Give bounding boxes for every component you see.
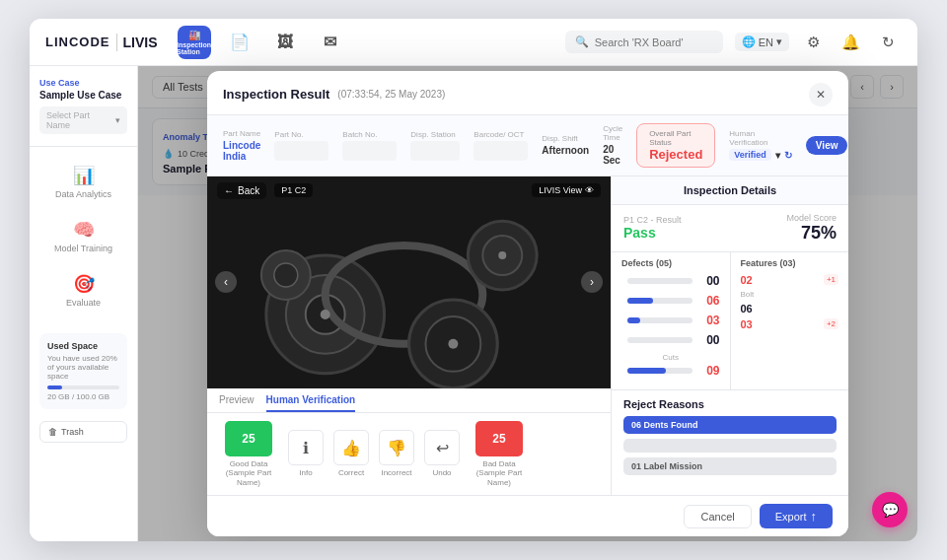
reject-reasons-section: Reject Reasons 06 Dents Found 01 Label M… <box>612 390 848 488</box>
result-info: P1 C2 - Result Pass <box>623 215 682 241</box>
trash-button[interactable]: 🗑 Trash <box>39 421 127 443</box>
back-arrow-icon: ← <box>224 185 234 196</box>
export-button[interactable]: Export ↑ <box>760 504 833 528</box>
reject-reason-2: 01 Label Mission <box>623 457 837 475</box>
modal-title: Inspection Result <box>223 87 329 102</box>
inspection-result-modal: Inspection Result (07:33:54, 25 May 2023… <box>207 71 848 537</box>
modal-overlay: Inspection Result (07:33:54, 25 May 2023… <box>138 66 917 541</box>
tab-preview[interactable]: Preview <box>219 394 255 412</box>
bad-data-box[interactable]: 25 <box>475 421 523 456</box>
bolt-label: Bolt <box>741 290 839 299</box>
incorrect-btn[interactable]: 👎 <box>379 430 414 465</box>
image-label: P1 C2 <box>274 183 313 197</box>
image-viewer: ← Back P1 C2 LIVIS View 👁 <box>207 176 611 388</box>
search-input[interactable] <box>595 36 713 48</box>
settings-btn[interactable]: ⚙ <box>799 29 827 56</box>
trash-icon: 🗑 <box>48 427 57 437</box>
barcode-field: Barcode/ OCT <box>474 130 528 161</box>
modal-header: Inspection Result (07:33:54, 25 May 2023… <box>207 71 848 115</box>
sidebar-item-evaluate[interactable]: 🎯 Evaluate <box>37 265 129 315</box>
bottom-tabs: Preview Human Verification <box>207 388 611 413</box>
cancel-button[interactable]: Cancel <box>684 505 751 528</box>
model-icon: 🧠 <box>73 219 95 241</box>
good-data-thumb: 25 Good Data(Sample Part Name) <box>219 421 278 488</box>
chat-floating-btn[interactable]: 💬 <box>872 492 908 527</box>
storage-progress-fill <box>47 385 62 389</box>
refresh-btn[interactable]: ↻ <box>874 29 902 56</box>
chat-icon: 💬 <box>882 502 899 518</box>
back-button[interactable]: ← Back <box>217 182 266 199</box>
used-space-desc: You have used 20% of yours available spa… <box>47 354 119 381</box>
good-data-box[interactable]: 25 <box>225 421 272 456</box>
sidebar-item-data-analytics[interactable]: 📊 Data Analytics <box>37 157 129 207</box>
part-no-field: Part No. <box>274 130 328 161</box>
svg-rect-14 <box>207 176 611 387</box>
incorrect-action: 👎 Incorrect <box>379 430 414 478</box>
modal-body: ← Back P1 C2 LIVIS View 👁 <box>207 176 848 496</box>
dropdown-chevron-icon: ▾ <box>115 115 120 125</box>
globe-icon: 🌐 <box>742 35 756 48</box>
messages-btn[interactable]: ✉ <box>314 26 347 59</box>
features-column: Features (03) 02 +1 Bolt 06 <box>731 252 849 389</box>
use-case-label: Use Case <box>39 78 127 88</box>
human-verification-field: Human Verification Verified ▾ ↻ <box>729 129 792 161</box>
modal-close-btn[interactable]: ✕ <box>809 83 833 106</box>
bad-data-thumb: 25 Bad Data(Sample Part Name) <box>470 421 529 488</box>
reject-reason-bar <box>623 439 837 453</box>
nav-actions: 🌐 EN ▾ ⚙ 🔔 ↻ <box>735 29 902 56</box>
logo-lincode: LINCODE <box>45 35 110 49</box>
left-panel: ← Back P1 C2 LIVIS View 👁 <box>207 176 612 496</box>
main-layout: Use Case Sample Use Case Select Part Nam… <box>30 66 917 541</box>
right-panel: Inspection Details P1 C2 - Result Pass M… <box>612 176 848 496</box>
analytics-icon: 📊 <box>73 165 95 186</box>
info-action: ℹ Info <box>288 430 324 478</box>
correct-action: 👍 Correct <box>333 430 369 478</box>
overall-status-badge: Overall Part Status Rejected <box>636 123 715 168</box>
modal-timestamp: (07:33:54, 25 May 2023) <box>337 89 445 100</box>
info-btn[interactable]: ℹ <box>288 430 324 465</box>
undo-btn[interactable]: ↩ <box>424 430 460 465</box>
feature-row-3: 03 +2 <box>741 318 839 330</box>
next-image-btn[interactable]: › <box>581 271 603 293</box>
use-case-name: Sample Use Case <box>39 90 127 101</box>
used-space-section: Used Space You have used 20% of yours av… <box>39 333 127 409</box>
tab-human-verification[interactable]: Human Verification <box>266 394 356 412</box>
inspection-station-btn[interactable]: 🏭 Inspection Station <box>178 26 211 59</box>
sidebar-item-label: Model Training <box>54 244 112 253</box>
correct-btn[interactable]: 👍 <box>333 430 369 465</box>
batch-no-field: Batch No. <box>342 130 397 161</box>
space-text: 20 GB / 100.0 GB <box>47 392 119 401</box>
gallery-btn[interactable]: 🖼 <box>268 26 302 59</box>
image-toolbar: ← Back P1 C2 LIVIS View 👁 <box>207 176 611 205</box>
sidebar: Use Case Sample Use Case Select Part Nam… <box>30 66 138 541</box>
docs-btn[interactable]: 📄 <box>223 26 256 59</box>
logo: LINCODE LIVIS <box>45 34 158 51</box>
livis-view-btn[interactable]: LIVIS View 👁 <box>532 183 601 197</box>
search-bar: 🔍 <box>565 31 723 53</box>
machine-image <box>207 176 611 388</box>
defect-row-3: 03 <box>621 314 720 327</box>
use-case-section: Use Case Sample Use Case Select Part Nam… <box>30 78 137 147</box>
reject-reason-1: 06 Dents Found <box>623 416 837 434</box>
part-info-row: Part Name Lincode India Part No. Batch N… <box>207 115 848 176</box>
notifications-btn[interactable]: 🔔 <box>837 29 864 56</box>
prev-image-btn[interactable]: ‹ <box>215 271 237 293</box>
inspection-details-title: Inspection Details <box>612 176 848 205</box>
view-button[interactable]: View <box>806 136 848 155</box>
select-part-dropdown[interactable]: Select Part Name ▾ <box>39 106 127 134</box>
thumbnails-row: 25 Good Data(Sample Part Name) ℹ Info 👍 <box>207 413 611 496</box>
logo-divider <box>116 34 117 51</box>
language-selector[interactable]: 🌐 EN ▾ <box>735 33 789 51</box>
chevron-down-icon: ▾ <box>775 150 780 161</box>
sidebar-item-label: Data Analytics <box>55 189 111 199</box>
reject-reasons-title: Reject Reasons <box>623 398 837 410</box>
refresh-verify-icon[interactable]: ↻ <box>784 150 792 161</box>
cuts-label: Cuts <box>621 353 720 362</box>
disp-shift-field: Disp. Shift Afternoon <box>542 134 589 156</box>
main-content: All Tests ▾ All Parts ▾ 03 ☰ ⊞ New Test … <box>138 66 917 541</box>
defects-column: Defects (05) 00 06 <box>612 252 731 389</box>
feature-row-2: 06 <box>741 303 839 315</box>
sidebar-item-model-training[interactable]: 🧠 Model Training <box>37 211 129 261</box>
defects-header: Defects (05) <box>621 258 720 268</box>
sidebar-nav: 📊 Data Analytics 🧠 Model Training 🎯 Eval… <box>30 147 137 325</box>
